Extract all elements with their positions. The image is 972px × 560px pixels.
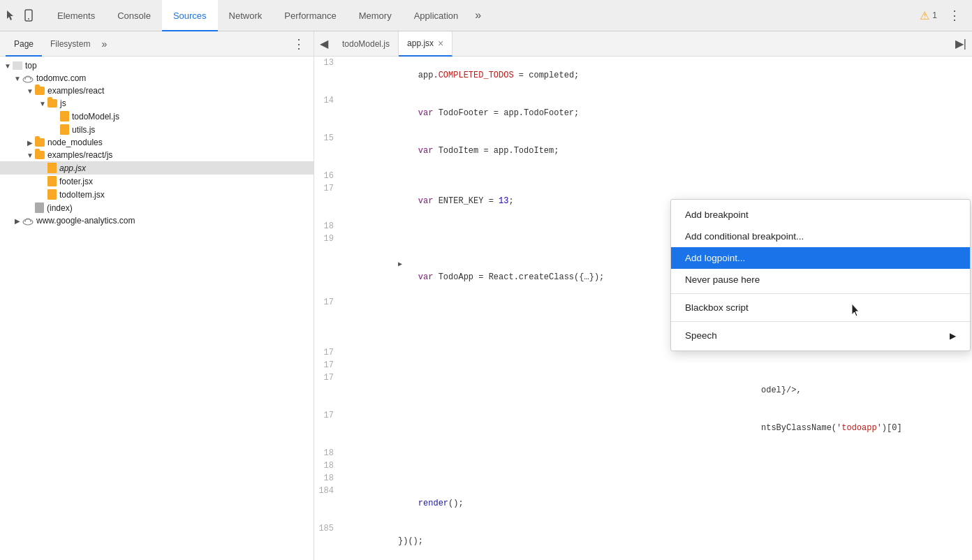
arrow-google-analytics: ▶ [13, 216, 22, 226]
editor-tab-close-appjsx[interactable]: × [438, 38, 443, 49]
code-line-15: 15 var TodoItem = app.TodoItem; [314, 132, 972, 170]
expand-arrow-19[interactable]: ▶ [398, 258, 402, 271]
code-line-17e: 17 ntsByClassName('todoapp')[0] [314, 409, 972, 447]
ctx-blackbox[interactable]: Blackbox script [671, 297, 970, 318]
tab-sources[interactable]: Sources [162, 0, 218, 31]
editor-tab-todomodel[interactable]: todoModel.js [334, 31, 399, 57]
tree-label-utils: utils.js [72, 125, 95, 135]
tab-performance[interactable]: Performance [273, 0, 347, 31]
tree-label-google-analytics: www.google-analytics.com [36, 216, 135, 226]
svg-point-1 [28, 18, 29, 20]
warning-count: 1 [932, 10, 937, 20]
line-content-14: var TodoFooter = app.TodoFooter; [342, 94, 579, 132]
left-panel: Page Filesystem » ⋮ ▼ top ▼ [0, 31, 314, 560]
line-number-15: 15 [314, 132, 342, 145]
tab-filesystem[interactable]: Filesystem [42, 31, 98, 57]
tab-console[interactable]: Console [106, 0, 162, 31]
arrow-empty-utils [50, 125, 60, 135]
line-number-13: 13 [314, 57, 342, 69]
editor-collapse-button[interactable]: ▶| [950, 37, 972, 50]
ctx-divider-2 [671, 321, 970, 322]
line-content-17a: TodoApp.model('react-todos'); odel('reac… [342, 296, 564, 346]
tree-label-todomodel: todoModel.js [72, 112, 119, 121]
tab-application[interactable]: Application [403, 0, 470, 31]
ctx-add-logpoint[interactable]: Add logpoint... [671, 247, 970, 269]
line-number-18c: 18 [314, 472, 342, 485]
warning-icon: ⚠ [920, 9, 929, 22]
line-number-17: 17 [314, 182, 342, 195]
tree-item-top[interactable]: ▼ top [0, 59, 314, 72]
editor-back-button[interactable]: ◀ [314, 31, 334, 57]
folder-icon-node-modules [35, 138, 45, 147]
tree-label-js: js [60, 98, 66, 108]
main-layout: Page Filesystem » ⋮ ▼ top ▼ [0, 31, 972, 560]
folder-icon-top [13, 61, 22, 70]
line-content-19: ▶ var TodoApp = React.createClass({…}); [342, 233, 604, 296]
tree-label-todomvc: todomvc.com [36, 73, 86, 83]
tree-label-footer: footer.jsx [59, 177, 93, 186]
tree-item-js[interactable]: ▼ js [0, 97, 314, 110]
arrow-empty-footer [38, 177, 47, 186]
tree-item-utils[interactable]: utils.js [0, 123, 314, 136]
ctx-speech[interactable]: Speech ▶ [671, 325, 970, 346]
line-number-17b: 17 [314, 346, 342, 359]
editor-tab-appjsx[interactable]: app.jsx × [399, 31, 452, 57]
tab-network[interactable]: Network [218, 0, 274, 31]
code-line-184: 184 render(); [314, 485, 972, 522]
tree-item-node-modules[interactable]: ▶ node_modules [0, 136, 314, 149]
tree-item-app-jsx[interactable]: app.jsx [0, 161, 314, 175]
line-number-19: 19 [314, 233, 342, 245]
arrow-node-modules: ▶ [25, 138, 35, 147]
more-tabs-button[interactable]: » [469, 9, 487, 22]
ctx-speech-label: Speech [685, 330, 717, 341]
svg-point-3 [23, 219, 33, 225]
ctx-blackbox-label: Blackbox script [685, 302, 749, 313]
tree-label-todoitem: todoItem.jsx [59, 190, 105, 200]
top-tabbar: Elements Console Sources Network Perform… [0, 0, 972, 31]
tree-label-examples-react: examples/react [47, 86, 104, 96]
ctx-never-pause[interactable]: Never pause here [671, 269, 970, 290]
line-content-13: app.COMPLETED_TODOS = completed; [342, 57, 579, 94]
cursor-icon[interactable] [6, 9, 18, 22]
line-number-184: 184 [314, 485, 342, 497]
tree-item-todomodel[interactable]: todoModel.js [0, 110, 314, 123]
tree-item-todoitem-jsx[interactable]: todoItem.jsx [0, 188, 314, 201]
code-line-14: 14 var TodoFooter = app.TodoFooter; [314, 94, 972, 132]
ctx-add-conditional[interactable]: Add conditional breakpoint... [671, 226, 970, 247]
tree-label-app: app.jsx [59, 163, 86, 173]
tree-item-footer-jsx[interactable]: footer.jsx [0, 175, 314, 188]
file-tree: ▼ top ▼ todomvc.com ▼ examples/ [0, 57, 314, 560]
line-number-17e: 17 [314, 409, 342, 422]
cloud-icon-todomvc [22, 73, 34, 83]
tree-item-google-analytics[interactable]: ▶ www.google-analytics.com [0, 214, 314, 227]
svg-point-2 [23, 77, 33, 82]
tree-item-index[interactable]: (index) [0, 201, 314, 214]
tree-item-examples-react-js[interactable]: ▼ examples/react/js [0, 149, 314, 161]
editor-tab-label-todomodel: todoModel.js [342, 39, 390, 49]
arrow-top: ▼ [3, 61, 13, 71]
code-line-13: 13 app.COMPLETED_TODOS = completed; [314, 57, 972, 94]
code-partial-17e: ntsByClassName('todoapp')[0] [761, 423, 902, 433]
devtools-icon-group [6, 9, 35, 22]
line-number-18: 18 [314, 220, 342, 233]
code-line-18c: 18 [314, 472, 972, 485]
line-content-17e: ntsByClassName('todoapp')[0] [342, 409, 539, 447]
ctx-add-breakpoint-label: Add breakpoint [685, 209, 749, 220]
arrow-examples-react-js: ▼ [25, 150, 35, 160]
tab-page[interactable]: Page [6, 31, 42, 57]
sub-kebab-button[interactable]: ⋮ [290, 36, 308, 52]
ctx-add-breakpoint[interactable]: Add breakpoint [671, 204, 970, 226]
tree-label-index: (index) [47, 203, 73, 213]
cloud-icon-google [22, 216, 34, 226]
ctx-divider-1 [671, 293, 970, 294]
tab-elements[interactable]: Elements [46, 0, 106, 31]
top-kebab-button[interactable]: ⋮ [943, 8, 966, 23]
tree-item-todomvc[interactable]: ▼ todomvc.com [0, 72, 314, 84]
tab-memory[interactable]: Memory [348, 0, 403, 31]
sub-more-button[interactable]: » [98, 38, 110, 50]
tree-item-examples-react[interactable]: ▼ examples/react [0, 84, 314, 97]
line-content-184: render(); [342, 485, 464, 522]
ctx-add-logpoint-label: Add logpoint... [685, 253, 745, 263]
mobile-icon[interactable] [22, 9, 35, 22]
line-number-17d: 17 [314, 371, 342, 384]
